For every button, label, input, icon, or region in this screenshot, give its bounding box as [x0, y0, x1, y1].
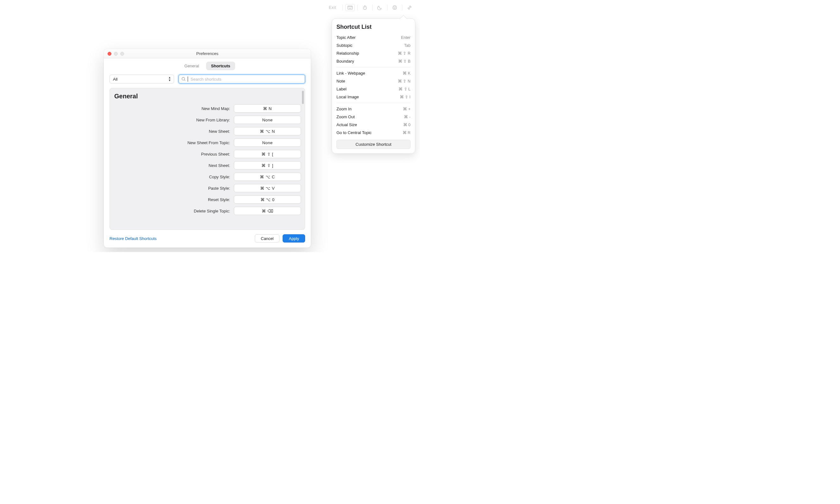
shortcut-keys: ⌘ ⇧ L: [398, 87, 411, 91]
shortcut-name: Link - Webpage: [337, 71, 365, 76]
shortcut-label: New Sheet From Topic:: [114, 140, 230, 145]
shortcut-row: Note ⌘ ⇧ N: [337, 77, 411, 85]
customize-shortcut-button[interactable]: Customize Shortcut: [337, 140, 411, 149]
exit-button[interactable]: Exit: [326, 4, 339, 11]
shortcut-row: Subtopic Tab: [337, 41, 411, 49]
shortcut-keys: ⌘ 0: [403, 122, 411, 127]
shortcut-label: Delete Single Topic:: [114, 209, 230, 213]
shortcut-row: Local Image ⌘ ⇧ I: [337, 93, 411, 101]
tab-general[interactable]: General: [179, 62, 204, 70]
shortcut-field[interactable]: ⌘ ⇧ [: [234, 150, 301, 158]
filter-row: All ▲▼: [104, 75, 311, 88]
shortcut-field[interactable]: ⌘ ⌥ V: [234, 184, 301, 192]
shortcut-field[interactable]: ⌘ ⌥ N: [234, 127, 301, 135]
category-select[interactable]: All ▲▼: [109, 75, 174, 84]
shortcut-field[interactable]: None: [234, 116, 301, 124]
titlebar: Preferences: [104, 49, 311, 58]
shortcuts-panel-wrap: General New Mind Map: ⌘ N New From Libra…: [104, 88, 311, 230]
separator: [402, 5, 402, 11]
shortcut-keys: ⌘ ⇧ B: [398, 59, 411, 64]
shortcut-label: Previous Sheet:: [114, 152, 230, 157]
shortcut-name: Boundary: [337, 59, 354, 64]
cancel-button[interactable]: Cancel: [255, 234, 279, 242]
shortcut-row: Actual Size ⌘ 0: [337, 121, 411, 129]
close-icon[interactable]: [108, 52, 112, 56]
shortcut-row: New From Library: None: [114, 116, 301, 124]
shortcut-keys: ⌘ -: [404, 114, 411, 119]
shortcut-name: Label: [337, 87, 346, 91]
svg-line-15: [185, 80, 186, 81]
window-title: Preferences: [196, 51, 218, 56]
shortcut-keys: ⌘ +: [403, 107, 411, 111]
tab-shortcuts[interactable]: Shortcuts: [206, 62, 236, 70]
shortcut-name: Note: [337, 79, 345, 84]
shortcut-name: Topic After: [337, 35, 356, 40]
shortcut-name: Go to Central Topic: [337, 130, 372, 135]
chevron-updown-icon: ▲▼: [168, 76, 171, 82]
shortcuts-panel[interactable]: General New Mind Map: ⌘ N New From Libra…: [109, 88, 305, 230]
shortcut-rows: New Mind Map: ⌘ N New From Library: None…: [110, 104, 305, 221]
shortcut-label: Next Sheet:: [114, 163, 230, 168]
night-icon[interactable]: [375, 4, 384, 11]
timer-icon[interactable]: [360, 4, 370, 11]
shortcut-field[interactable]: ⌘ ⌥ 0: [234, 195, 301, 204]
traffic-lights: [108, 52, 124, 56]
shortcut-field[interactable]: ⌘ N: [234, 104, 301, 112]
shortcut-row: Previous Sheet: ⌘ ⇧ [: [114, 150, 301, 158]
search-input[interactable]: [190, 76, 302, 82]
emoji-icon[interactable]: [390, 4, 399, 11]
svg-point-14: [182, 77, 185, 80]
separator: [357, 5, 358, 11]
shortcut-row: Reset Style: ⌘ ⌥ 0: [114, 195, 301, 204]
separator: [372, 5, 373, 11]
shortcut-row: Topic After Enter: [337, 34, 411, 41]
shortcut-row: Link - Webpage ⌘ K: [337, 69, 411, 77]
keyboard-icon[interactable]: [345, 4, 355, 11]
maximize-icon[interactable]: [120, 52, 124, 56]
shortcut-row: New Sheet: ⌘ ⌥ N: [114, 127, 301, 135]
shortcut-row: Label ⌘ ⇧ L: [337, 85, 411, 93]
scrollbar[interactable]: [302, 91, 304, 104]
section-title: General: [114, 93, 305, 100]
shortcut-name: Subtopic: [337, 43, 353, 48]
preferences-window: Preferences General Shortcuts All ▲▼ Gen…: [104, 49, 311, 248]
pin-icon[interactable]: [405, 4, 414, 11]
shortcut-row: Next Sheet: ⌘ ⇧ ]: [114, 161, 301, 169]
shortcut-keys: Tab: [404, 43, 411, 48]
search-input-wrapper[interactable]: [178, 75, 305, 84]
shortcut-name: Actual Size: [337, 122, 357, 127]
shortcut-field[interactable]: None: [234, 139, 301, 147]
shortcut-row: Go to Central Topic ⌘ R: [337, 129, 411, 137]
restore-defaults-link[interactable]: Restore Default Shortcuts: [109, 236, 157, 241]
shortcut-label: Reset Style:: [114, 197, 230, 202]
shortcut-keys: ⌘ ⇧ I: [400, 94, 411, 99]
shortcut-row: Zoom Out ⌘ -: [337, 113, 411, 121]
shortcut-field[interactable]: ⌘ ⇧ ]: [234, 161, 301, 169]
shortcut-name: Relationship: [337, 51, 359, 56]
shortcut-label: New Sheet:: [114, 129, 230, 134]
separator: [337, 103, 411, 103]
search-icon: [181, 77, 186, 81]
shortcut-keys: ⌘ K: [402, 71, 411, 76]
shortcut-row: Zoom In ⌘ +: [337, 105, 411, 113]
shortcut-keys: ⌘ R: [402, 130, 411, 135]
shortcut-row: New Sheet From Topic: None: [114, 139, 301, 147]
shortcut-field[interactable]: ⌘ ⌫: [234, 207, 301, 215]
text-caret: [188, 76, 188, 82]
shortcut-row: Paste Style: ⌘ ⌥ V: [114, 184, 301, 192]
category-select-value: All: [113, 77, 117, 82]
shortcut-row: Boundary ⌘ ⇧ B: [337, 57, 411, 65]
shortcut-label: New Mind Map:: [114, 106, 230, 111]
shortcut-row: New Mind Map: ⌘ N: [114, 104, 301, 112]
shortcut-keys: ⌘ ⇧ R: [398, 51, 411, 56]
shortcut-row: Relationship ⌘ ⇧ R: [337, 49, 411, 57]
shortcut-keys: ⌘ ⇧ N: [398, 79, 411, 84]
minimize-icon[interactable]: [114, 52, 118, 56]
shortcut-field[interactable]: ⌘ ⌥ C: [234, 173, 301, 181]
shortcut-name: Zoom Out: [337, 114, 355, 119]
shortcut-name: Local Image: [337, 94, 359, 99]
apply-button[interactable]: Apply: [282, 234, 305, 242]
shortcut-list-title: Shortcut List: [337, 24, 411, 30]
titlebar-right-controls: Exit: [326, 4, 414, 11]
shortcut-label: Copy Style:: [114, 175, 230, 179]
